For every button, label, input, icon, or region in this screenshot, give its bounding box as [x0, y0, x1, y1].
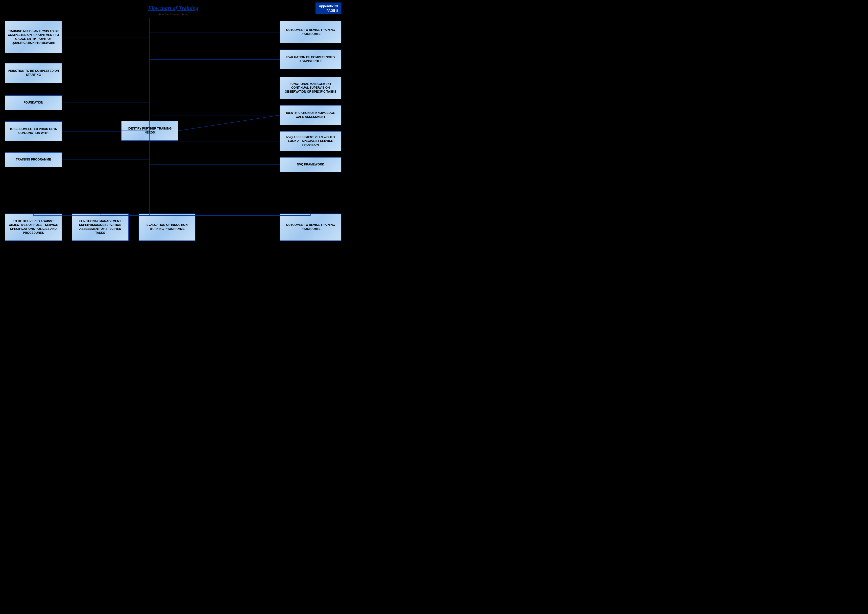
foundation-box: FOUNDATION [5, 95, 62, 110]
training-programme-box: TRAINING PROGRAMME [5, 152, 62, 167]
identify-further-box: IDENTIFY FURTHER TRAINING NEEDS [121, 121, 178, 141]
header-box: Appendix 23 PAGE 8 [315, 3, 341, 14]
training-needs-box: TRAINING NEEDS ANALYSIS TO BE COMPLETED … [5, 21, 62, 53]
outcomes-revise-top-box: OUTCOMES TO REVISE TRAINING PROGRAMME [280, 21, 341, 44]
flowchart-subtitle: (Rachel Glover-Dare) [158, 12, 188, 16]
identification-knowledge-box: IDENTIFICATION OF KNOWLEDGE GAPS ASSESSM… [280, 105, 341, 125]
page-label: PAGE 8 [326, 9, 338, 12]
outcomes-revise-bottom-box: OUTCOMES TO REVISE TRAINING PROGRAMME [280, 213, 341, 241]
induction-box: INDUCTION TO BE COMPLETED ON STARTING [5, 63, 62, 83]
functional-management-box: FUNCTIONAL MANAGEMENT CONTINUAL SUPERVIS… [280, 77, 341, 99]
appendix-label: Appendix 23 [319, 4, 338, 8]
svg-line-13 [178, 115, 280, 131]
nvq-framework-box: NVQ FRAMEWORK [280, 157, 341, 172]
to-be-completed-box: TO BE COMPLETED PRIOR OR IN CONJUNCTION … [5, 121, 62, 141]
evaluation-competencies-box: EVALUATION OF COMPETENCIES AGAINST ROLE [280, 50, 341, 69]
flowchart-title: Flowchart of Training [148, 5, 198, 11]
page: Appendix 23 PAGE 8 Flowchart of Training… [0, 0, 346, 246]
delivered-against-box: TO BE DELIVERED AGAINST OBJECTIVES OF RO… [5, 213, 62, 241]
functional-supervision-box: FUNCTIONAL MANAGEMENT SUPERVISION/OBSERV… [72, 213, 129, 241]
nvq-assessment-box: NVQ ASSESSMENT PLAN WOULD LOOK AT SPECIA… [280, 131, 341, 151]
title-underline [74, 18, 341, 18]
evaluation-induction-box: EVALUATION OF INDUCTION TRAINING PROGRAM… [139, 213, 195, 241]
